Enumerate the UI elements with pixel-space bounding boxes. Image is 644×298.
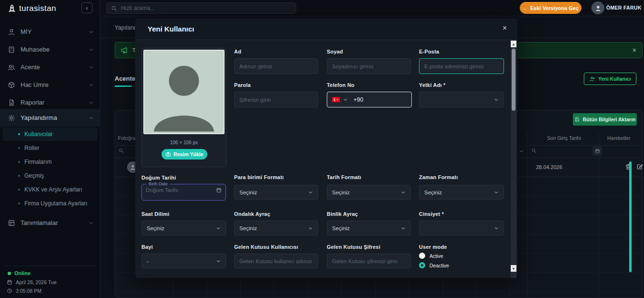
field-label-cinsiyet: Cinsiyet * — [419, 211, 444, 217]
chevron-down-icon — [308, 190, 313, 195]
edit-icon[interactable] — [636, 163, 643, 170]
camera-icon — [165, 151, 171, 157]
grid-icon — [8, 219, 15, 227]
bullet-icon — [18, 189, 20, 191]
parola-input[interactable] — [239, 97, 313, 103]
clock-icon — [7, 288, 12, 294]
gelen-kutusu-sifre-input[interactable] — [332, 258, 406, 264]
soyad-input[interactable] — [332, 64, 406, 69]
sidebar-item-tanimlamalar[interactable]: Tanımlamalar — [0, 214, 100, 232]
chevron-down-icon — [216, 259, 221, 264]
bullet-icon — [18, 147, 20, 149]
radio-selected-icon[interactable] — [419, 262, 425, 268]
eposta-input[interactable] — [424, 64, 499, 69]
cinsiyet-select[interactable] — [419, 221, 504, 235]
chevron-down-icon — [89, 47, 94, 52]
chevron-down-icon — [89, 83, 94, 87]
photo-card: 106 × 106 px Resim Yükle — [141, 48, 226, 167]
rocket-logo-icon — [7, 4, 17, 14]
divider — [5, 266, 96, 266]
field-label-binlik: Binlik Ayraç — [327, 211, 358, 217]
sidebar-item-kullanicilar[interactable]: Kullanıcılar — [3, 128, 97, 141]
date-filter-button[interactable] — [592, 146, 602, 156]
column-header-photo[interactable]: Fotoğraf — [118, 135, 137, 141]
sidebar-item-hac-umre[interactable]: Hac Umre — [0, 76, 100, 94]
old-version-button[interactable]: ← Eski Versiyona Geç — [520, 2, 581, 14]
user-mode-active-radio[interactable]: Active — [419, 253, 443, 259]
sidebar-item-gecmis[interactable]: Geçmiş — [3, 169, 97, 182]
close-icon[interactable]: × — [503, 24, 507, 32]
gelen-kutusu-sifre-field[interactable] — [327, 254, 411, 268]
status-time: 3:05:08 PM — [7, 288, 42, 294]
bayi-select[interactable]: - — [141, 254, 226, 268]
modal-scrollbar[interactable]: ▲ ▼ — [511, 41, 516, 278]
sidebar-item-firmalarim[interactable]: Firmalarım — [3, 155, 97, 169]
calculator-icon — [8, 46, 15, 53]
ad-field[interactable] — [234, 58, 318, 74]
ondalik-ayrac-select[interactable]: Seçiniz — [234, 221, 318, 235]
chevron-down-icon — [89, 65, 94, 70]
user-avatar[interactable] — [591, 1, 604, 14]
field-label-zaman-formati: Zaman Formatı — [419, 174, 458, 180]
user-mode-deactive-radio[interactable]: Deactive — [419, 262, 449, 268]
upload-image-button[interactable]: Resim Yükle — [161, 149, 207, 160]
chevron-down-icon — [308, 226, 313, 231]
tarih-formati-select[interactable]: Seçiniz — [327, 185, 411, 200]
user-name[interactable]: ÖMER FARUK — [606, 5, 642, 11]
new-user-button[interactable]: Yeni Kullanıcı — [584, 73, 636, 85]
close-icon[interactable]: × — [633, 46, 636, 54]
filter-search-icon[interactable] — [531, 148, 537, 153]
para-birimi-select[interactable]: Seçiniz — [234, 185, 318, 200]
radio-unselected-icon[interactable] — [419, 253, 425, 259]
sidebar: turasistan ‹ MİY Muhasebe Acente Hac Umr… — [0, 0, 100, 298]
chevron-down-icon — [638, 6, 643, 11]
soyad-field[interactable] — [327, 58, 411, 74]
chevron-down-icon — [89, 30, 94, 34]
chevron-down-icon — [401, 226, 406, 231]
filter-dropdown-chevron-icon[interactable] — [519, 149, 524, 154]
scroll-up-button[interactable]: ▲ — [511, 41, 516, 47]
sidebar-item-roller[interactable]: Roller — [3, 141, 97, 155]
gelen-kutusu-kullanici-input[interactable] — [239, 258, 313, 264]
turkey-flag-icon — [332, 97, 340, 102]
filter-search-icon[interactable] — [118, 148, 124, 153]
sidebar-item-acente[interactable]: Acente — [0, 58, 100, 76]
sidebar-item-firma-uygulama[interactable]: Firma Uygulama Ayarları — [3, 197, 97, 210]
scrollbar-thumb[interactable] — [512, 49, 515, 111]
person-silhouette-icon — [144, 51, 224, 133]
sidebar-item-miy[interactable]: MİY — [0, 23, 100, 41]
chevron-down-icon — [494, 97, 499, 102]
saat-dilimi-select[interactable]: Seçiniz — [141, 221, 226, 235]
binlik-ayrac-select[interactable]: Seçiniz — [327, 221, 411, 235]
zaman-formati-select[interactable]: Seçiniz — [419, 185, 504, 200]
column-header-last-login[interactable]: Son Giriş Tarihi — [547, 135, 581, 141]
tab-active-underline — [115, 85, 132, 87]
megaphone-icon — [120, 46, 129, 54]
export-all-button[interactable]: Bütün Bilgileri Aktarın — [573, 113, 637, 126]
telefon-field[interactable]: +90 — [327, 92, 412, 107]
sidebar-item-muhasebe[interactable]: Muhasebe — [0, 41, 100, 58]
people-icon — [8, 64, 15, 71]
search-icon — [111, 5, 117, 11]
ad-input[interactable] — [239, 64, 313, 69]
topbar: ← Eski Versiyona Geç ÖMER FARUK — [100, 0, 644, 16]
field-label-para-birimi: Para birimi Formatı — [234, 174, 284, 180]
gelen-kutusu-kullanici-field[interactable] — [234, 254, 318, 268]
global-search[interactable] — [106, 2, 296, 14]
table-scrollbar[interactable] — [629, 161, 632, 272]
search-input[interactable] — [121, 5, 291, 11]
person-plus-icon — [589, 76, 595, 82]
tab-acente[interactable]: Acente — [115, 75, 135, 82]
modal-title: Yeni Kullanıcı — [148, 25, 194, 33]
sidebar-collapse-button[interactable]: ‹ — [81, 2, 93, 13]
sidebar-item-kvkk[interactable]: KVKK ve Arşiv Ayarları — [3, 183, 97, 196]
field-label-gelen-kutusu-sifre: Gelen Kutusu Şifresi — [327, 244, 380, 250]
online-dot-icon — [8, 272, 11, 275]
dogum-tarihi-field[interactable]: Birth Date Doğum Tarihi — [141, 181, 226, 201]
sidebar-item-yapilandirma[interactable]: Yapılandırma — [0, 109, 100, 127]
parola-field[interactable] — [234, 92, 318, 107]
field-label-ad: Ad — [234, 49, 241, 54]
yetki-select[interactable] — [419, 92, 504, 107]
scroll-down-button[interactable]: ▼ — [511, 265, 516, 272]
eposta-field[interactable] — [419, 58, 504, 74]
